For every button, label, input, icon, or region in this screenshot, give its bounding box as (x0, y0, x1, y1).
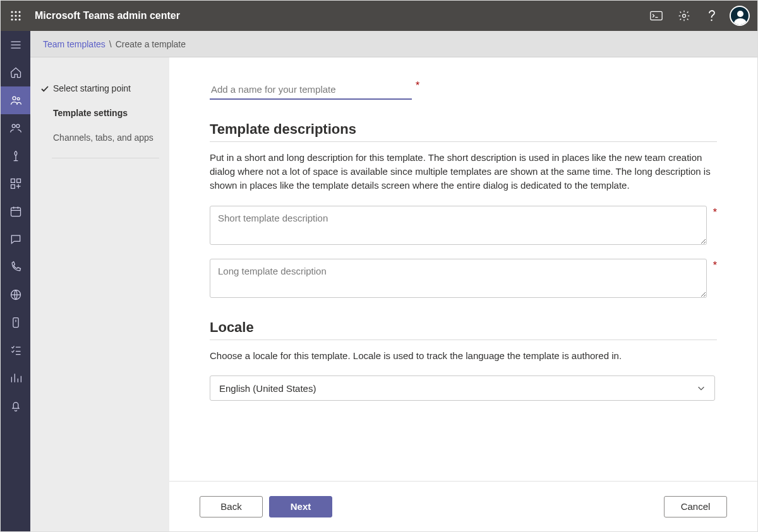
global-header: Microsoft Teams admin center (1, 1, 757, 31)
back-button[interactable]: Back (200, 496, 263, 517)
section-divider (210, 141, 717, 142)
teams-icon (9, 94, 22, 107)
home-icon (9, 66, 22, 79)
button-label: Cancel (681, 501, 711, 512)
svg-point-1 (15, 11, 16, 13)
short-description-input[interactable] (210, 206, 707, 245)
locale-select-value: English (United States) (219, 383, 316, 394)
wizard-step-label: Channels, tabs, and apps (53, 132, 153, 144)
devices-icon (9, 150, 22, 162)
svg-point-12 (13, 97, 16, 100)
app-launcher-button[interactable] (6, 6, 26, 26)
nav-apps[interactable] (1, 170, 30, 198)
svg-point-2 (18, 11, 20, 13)
section-heading-locale: Locale (210, 319, 717, 336)
locale-helper-text: Choose a locale for this template. Local… (210, 349, 715, 363)
svg-rect-17 (16, 179, 20, 183)
wizard-step-label: Template settings (53, 107, 128, 119)
app-window: Microsoft Teams admin center (0, 0, 758, 532)
calendar-icon (9, 205, 22, 218)
account-avatar[interactable] (730, 6, 750, 26)
help-button[interactable] (698, 1, 726, 31)
nav-toggle[interactable] (1, 31, 30, 59)
nav-messaging[interactable] (1, 225, 30, 253)
main-panel: * Template descriptions Put in a short a… (169, 57, 757, 531)
chevron-down-icon (697, 384, 706, 393)
waffle-icon (11, 11, 21, 21)
wizard-step-channels-tabs-apps[interactable]: Channels, tabs, and apps (35, 127, 163, 151)
section-heading-descriptions: Template descriptions (210, 121, 717, 138)
required-indicator: * (713, 207, 717, 218)
terminal-icon (650, 11, 663, 21)
command-bar-button[interactable] (642, 1, 670, 31)
svg-rect-19 (11, 208, 20, 216)
wizard-step-select-starting-point[interactable]: Select starting point (35, 78, 163, 102)
svg-point-11 (711, 20, 712, 21)
cancel-button[interactable]: Cancel (664, 496, 727, 517)
bell-icon (9, 399, 22, 412)
descriptions-helper-text: Put in a short and long description for … (210, 151, 715, 192)
locale-select[interactable]: English (United States) (210, 375, 715, 401)
nav-teams[interactable] (1, 86, 30, 114)
section-divider (210, 340, 717, 340)
app-title: Microsoft Teams admin center (35, 10, 180, 21)
svg-rect-9 (651, 11, 662, 20)
svg-point-5 (18, 15, 20, 16)
nav-devices[interactable] (1, 142, 30, 170)
breadcrumb-current: Create a template (116, 39, 186, 49)
button-label: Back (220, 501, 241, 512)
apps-icon (9, 177, 22, 190)
settings-button[interactable] (670, 1, 698, 31)
chat-icon (9, 233, 22, 245)
svg-rect-16 (11, 179, 15, 183)
svg-point-4 (15, 15, 16, 16)
globe-icon (9, 288, 22, 301)
svg-rect-18 (11, 185, 15, 189)
svg-point-7 (15, 18, 16, 20)
wizard-divider (52, 158, 159, 158)
nav-locations[interactable] (1, 281, 30, 309)
analytics-icon (9, 372, 22, 384)
help-icon (707, 9, 716, 22)
breadcrumb-link-team-templates[interactable]: Team templates (43, 39, 105, 49)
svg-point-6 (11, 18, 13, 20)
nav-home[interactable] (1, 59, 30, 86)
svg-point-13 (17, 98, 20, 100)
wizard-step-template-settings[interactable]: Template settings (35, 102, 163, 127)
long-description-input[interactable] (210, 259, 707, 298)
phone-icon (9, 261, 22, 273)
svg-rect-21 (13, 318, 18, 328)
nav-policy[interactable] (1, 309, 30, 336)
wizard-step-label: Select starting point (53, 83, 131, 95)
wizard-footer: Back Next Cancel (169, 481, 757, 531)
breadcrumb: Team templates \ Create a template (30, 31, 757, 57)
svg-point-10 (683, 15, 686, 18)
required-indicator: * (713, 260, 717, 271)
svg-point-3 (11, 15, 13, 16)
nav-notifications[interactable] (1, 392, 30, 420)
left-nav-rail (1, 31, 30, 531)
policy-icon (9, 316, 22, 329)
checklist-icon (9, 344, 22, 357)
check-icon (40, 84, 50, 94)
nav-voice[interactable] (1, 253, 30, 281)
svg-point-15 (16, 124, 19, 127)
users-icon (9, 122, 22, 134)
svg-point-8 (18, 18, 20, 20)
nav-analytics[interactable] (1, 364, 30, 392)
nav-planning[interactable] (1, 336, 30, 364)
button-label: Next (291, 501, 311, 512)
template-name-input[interactable] (210, 80, 412, 100)
wizard-steps: Select starting point Template settings … (30, 57, 169, 531)
required-indicator: * (416, 80, 419, 92)
gear-icon (678, 9, 690, 22)
next-button[interactable]: Next (269, 496, 332, 517)
breadcrumb-separator: \ (109, 39, 112, 49)
hamburger-icon (9, 38, 22, 51)
nav-meetings[interactable] (1, 198, 30, 225)
nav-users[interactable] (1, 114, 30, 142)
svg-point-0 (11, 11, 13, 13)
svg-point-14 (12, 124, 15, 127)
